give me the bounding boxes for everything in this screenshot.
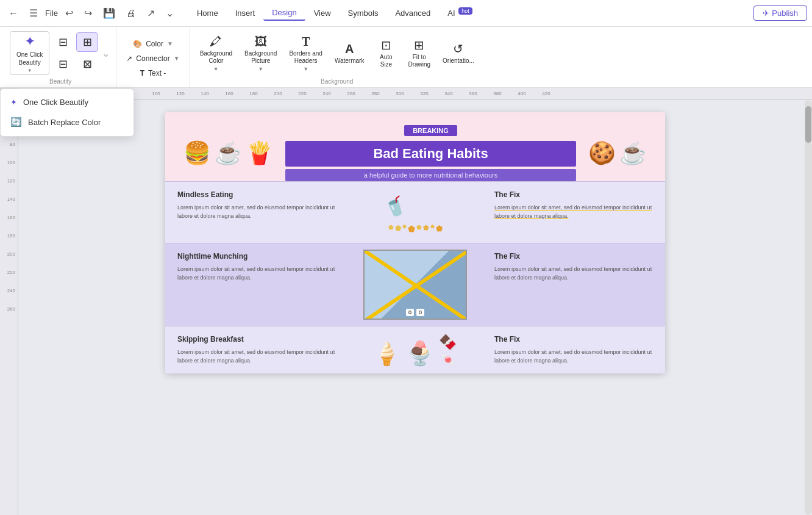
save-button[interactable]: 💾: [99, 5, 119, 21]
breaking-badge: BREAKING: [404, 125, 457, 136]
document: 🍔 ☕ 🍟 BREAKING Bad Eating Habits a helpf…: [165, 112, 665, 373]
breakfast-fix-title: The Fix: [494, 335, 653, 344]
fit-drawing-button[interactable]: ⊞ Fit toDrawing: [403, 31, 435, 75]
borders-button[interactable]: T Borders andHeaders ▼: [284, 31, 327, 75]
chips-illustration: 🥤 ⬟⬟⬟ ⬟⬟⬟ ⬟⬟: [360, 188, 470, 237]
vertical-scrollbar[interactable]: [805, 100, 812, 515]
borders-icon: T: [302, 35, 310, 49]
doc-header: 🍔 ☕ 🍟 BREAKING Bad Eating Habits a helpf…: [165, 112, 665, 181]
publish-button[interactable]: ✈ Publish: [753, 5, 807, 21]
fit-drawing-icon: ⊞: [414, 38, 424, 52]
sundae-emoji: 🍨: [405, 340, 434, 367]
one-click-beautify-button[interactable]: ✦ One ClickBeautify ▼: [10, 31, 49, 75]
dropdown-one-click[interactable]: ✦ One Click Beautify: [1, 93, 134, 112]
layout-btn-3[interactable]: ⊟: [52, 54, 74, 74]
orientation-icon: ↺: [453, 41, 463, 56]
chocolate-sweets: 🍫 🍬: [439, 334, 457, 367]
layout-btn-2[interactable]: ⊞: [76, 32, 98, 52]
ribbon-section-background: 🖍 BackgroundColor ▼ 🖼 BackgroundPicture …: [190, 27, 484, 87]
breakfast-body: Lorem ipsum dolor sit amet, sed do eiusm…: [177, 348, 336, 365]
layout-buttons: ⊟ ⊞ ⊟ ⊠: [52, 32, 98, 74]
burger-emoji: 🍔: [183, 140, 211, 166]
sparkle-icon: ✦: [24, 34, 35, 49]
beautify-section-title: Beautify: [10, 77, 111, 87]
mindless-fix-body: Lorem ipsum dolor sit amet, sed do eiusm…: [494, 204, 653, 220]
vertical-ruler: 40 60 80 100 120 140 160 180 200 220 240…: [0, 100, 18, 515]
beautify-dropdown: ✦ One Click Beautify 🔄 Batch Replace Col…: [0, 88, 134, 137]
dropdown-batch-replace[interactable]: 🔄 Batch Replace Color: [1, 112, 134, 132]
nav-symbols[interactable]: Symbols: [340, 6, 387, 20]
print-button[interactable]: 🖨: [123, 5, 140, 21]
one-click-label: One ClickBeautify: [16, 51, 43, 67]
sparkle-dropdown-icon: ✦: [10, 98, 17, 107]
dessert-illustration: 🍦 🍨 🍫 🍬: [373, 334, 457, 367]
section-mindless-left: Mindless Eating Lorem ipsum dolor sit am…: [165, 182, 348, 243]
export-button[interactable]: ↗: [143, 5, 158, 21]
color-button[interactable]: 🎨 Color ▼: [128, 37, 178, 51]
connector-icon: ↗: [126, 54, 132, 63]
bg-picture-button[interactable]: 🖼 BackgroundPicture ▼: [240, 31, 282, 75]
ai-badge: hot: [458, 7, 472, 15]
hamburger-menu[interactable]: ☰: [26, 5, 41, 21]
back-button[interactable]: ←: [5, 5, 22, 21]
nav-home[interactable]: Home: [188, 6, 227, 20]
redo-button[interactable]: ↪: [80, 5, 96, 21]
nighttime-title: Nighttime Munching: [177, 252, 336, 261]
main-nav: Home Insert Design View Symbols Advanced…: [188, 5, 481, 21]
nav-ai[interactable]: AI hot: [439, 5, 480, 20]
layout4-icon: ⊠: [83, 57, 92, 71]
connector-button[interactable]: ↗ Connector ▼: [121, 51, 184, 66]
nav-insert[interactable]: Insert: [227, 6, 264, 20]
section-nighttime-left: Nighttime Munching Lorem ipsum dolor sit…: [165, 243, 348, 326]
scrollbar-thumb[interactable]: [805, 106, 811, 143]
section-nighttime: Nighttime Munching Lorem ipsum dolor sit…: [165, 243, 665, 326]
doc-subtitle: a helpful guide to more nutritional beha…: [285, 169, 576, 181]
auto-size-button[interactable]: ⊡ AutoSize: [371, 31, 401, 75]
section-mindless-right: The Fix Lorem ipsum dolor sit amet, sed …: [482, 182, 665, 243]
left-panel: 40 60 80 100 120 140 160 180 200 220 240…: [0, 88, 18, 515]
layout-btn-1[interactable]: ⊟: [52, 32, 74, 52]
background-section-title: Background: [195, 77, 479, 87]
bg-color-button[interactable]: 🖍 BackgroundColor ▼: [195, 31, 237, 75]
breakfast-title: Skipping Breakfast: [177, 335, 336, 344]
layout1-icon: ⊟: [59, 35, 68, 49]
file-label: File: [45, 9, 58, 18]
more-button[interactable]: ⌄: [162, 5, 177, 21]
menu-bar: ← ☰ File ↩ ↪ 💾 🖨 ↗ ⌄ Home Insert Design …: [0, 0, 812, 27]
bg-picture-icon: 🖼: [255, 35, 267, 49]
horizontal-ruler: 0 20 40 60 80 100 120 140 160 180 200 22…: [18, 88, 812, 100]
nighttime-image: 0 0: [363, 250, 467, 320]
section-breakfast-right: The Fix Lorem ipsum dolor sit amet, sed …: [482, 326, 665, 373]
section-breakfast: Skipping Breakfast Lorem ipsum dolor sit…: [165, 326, 665, 373]
mindless-body: Lorem ipsum dolor sit amet, sed do eiusm…: [177, 204, 336, 220]
nav-design[interactable]: Design: [263, 5, 305, 21]
doc-title-block: BREAKING Bad Eating Habits a helpful gui…: [285, 124, 576, 181]
fries-emoji: 🍟: [246, 140, 273, 166]
ribbon-section-beautify: ✦ One ClickBeautify ▼ ⊟ ⊞ ⊟: [5, 27, 116, 87]
cookie-emoji: 🍪: [588, 140, 616, 166]
canvas-area: 0 20 40 60 80 100 120 140 160 180 200 22…: [18, 88, 812, 515]
ribbon: ✦ One ClickBeautify ▼ ⊟ ⊞ ⊟: [0, 27, 812, 88]
layout-btn-4[interactable]: ⊠: [76, 54, 98, 74]
menu-bar-left: ← ☰ File ↩ ↪ 💾 🖨 ↗ ⌄: [5, 5, 177, 21]
food-icons-right: 🍪 ☕: [588, 140, 647, 166]
mindless-title: Mindless Eating: [177, 190, 336, 199]
section-mindless: Mindless Eating Lorem ipsum dolor sit am…: [165, 181, 665, 243]
theme-items: 🎨 Color ▼ ↗ Connector ▼ T Text -: [121, 29, 184, 87]
nighttime-fix-body: Lorem ipsum dolor sit amet, sed do eiusm…: [494, 265, 653, 282]
nav-view[interactable]: View: [305, 6, 340, 20]
orientation-button[interactable]: ↺ Orientatio...: [438, 31, 479, 75]
breakfast-fix-body: Lorem ipsum dolor sit amet, sed do eiusm…: [494, 348, 653, 365]
main-area: 40 60 80 100 120 140 160 180 200 220 240…: [0, 88, 812, 515]
text-button[interactable]: T Text -: [135, 66, 171, 81]
undo-button[interactable]: ↩: [62, 5, 77, 21]
coffee2-emoji: ☕: [619, 140, 647, 166]
watermark-button[interactable]: A Watermark: [330, 31, 369, 75]
ribbon-beautify-items: ✦ One ClickBeautify ▼ ⊟ ⊞ ⊟: [10, 29, 111, 77]
layout2-icon: ⊞: [83, 35, 92, 49]
nighttime-fix-title: The Fix: [494, 252, 653, 261]
ribbon-scroll-arrow[interactable]: ⌄: [101, 46, 111, 60]
ribbon-section-theme: 🎨 Color ▼ ↗ Connector ▼ T Text -: [116, 27, 190, 87]
section-nighttime-center: 0 0: [348, 243, 482, 326]
nav-advanced[interactable]: Advanced: [386, 6, 439, 20]
